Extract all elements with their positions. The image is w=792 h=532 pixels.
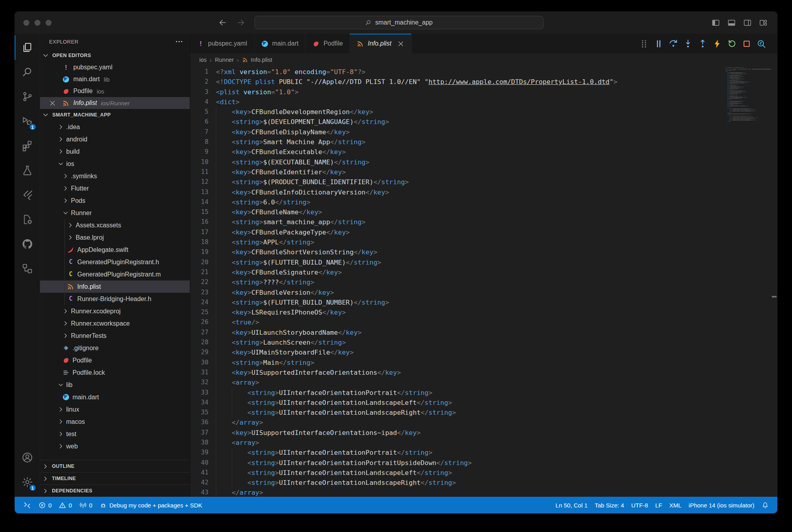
code-line[interactable]: 30<string>Main</string> [190, 358, 725, 368]
open-editors-header[interactable]: OPEN EDITORS [40, 50, 190, 61]
code-line[interactable]: 13<key>CFBundleInfoDictionaryVersion</ke… [190, 187, 725, 197]
code-line[interactable]: 31<key>UISupportedInterfaceOrientations<… [190, 368, 725, 378]
layout-icon[interactable] [759, 18, 768, 27]
tab-pubspec.yaml[interactable]: !pubspec.yaml [190, 34, 254, 53]
stop-button[interactable] [741, 38, 752, 49]
status-notifications[interactable] [758, 497, 773, 513]
step-into-button[interactable] [683, 38, 693, 49]
status-language-mode[interactable]: XML [666, 497, 685, 513]
code-line[interactable]: 32<array> [190, 378, 725, 387]
activity-settings[interactable]: 1 [15, 470, 40, 494]
tree-item-GeneratedPluginRegistrant.h[interactable]: CGeneratedPluginRegistrant.h [40, 256, 190, 268]
widget-inspector-button[interactable] [756, 38, 766, 49]
code-line[interactable]: 24<string>$(FLUTTER_BUILD_NUMBER)</strin… [190, 297, 725, 307]
tree-item-Base.lproj[interactable]: Base.lproj [40, 231, 190, 244]
open-editor-main.dart[interactable]: main.dartlib [40, 73, 190, 85]
close-editor-icon[interactable] [49, 99, 56, 107]
activity-explorer[interactable] [15, 35, 40, 60]
code-line[interactable]: 18<string>APPL</string> [190, 237, 725, 247]
status-indentation[interactable]: Tab Size: 4 [591, 497, 628, 513]
code-line[interactable]: 28<string>LaunchScreen</string> [190, 338, 725, 347]
zoom-button[interactable] [46, 20, 52, 26]
tree-item-Podfile.lock[interactable]: Podfile.lock [40, 366, 190, 379]
breadcrumb-item-Runner[interactable]: Runner [215, 57, 234, 63]
tree-item-.gitignore[interactable]: .gitignore [40, 342, 190, 354]
tree-item-macos[interactable]: macos [40, 416, 190, 428]
code-line[interactable]: 38<array> [190, 438, 725, 448]
tree-item-Podfile[interactable]: Podfile [40, 354, 190, 366]
code-line[interactable]: 43</array> [190, 488, 725, 497]
code-line[interactable]: 7<key>CFBundleDisplayName</key> [190, 127, 725, 137]
sidebar-right-icon[interactable] [743, 18, 752, 27]
code-line[interactable]: 33<string>UIInterfaceOrientationPortrait… [190, 388, 725, 398]
open-editor-Info.plist[interactable]: Info.plistios/Runner [40, 97, 190, 109]
open-editor-pubspec.yaml[interactable]: !pubspec.yaml [40, 61, 190, 73]
tree-item-Pods[interactable]: Pods [40, 194, 190, 207]
code-line[interactable]: 40<string>UIInterfaceOrientationPortrait… [190, 458, 725, 468]
code-line[interactable]: 6<string>$(DEVELOPMENT_LANGUAGE)</string… [190, 117, 725, 127]
tab-main.dart[interactable]: main.dart [254, 34, 306, 53]
tab-Podfile[interactable]: Podfile [305, 34, 350, 53]
tab-Info.plist[interactable]: Info.plist [350, 34, 412, 53]
tree-item-test[interactable]: test [40, 428, 190, 440]
activity-cmake-tools[interactable] [15, 207, 40, 232]
tree-item-lib[interactable]: lib [40, 379, 190, 391]
tree-item-Assets.xcassets[interactable]: Assets.xcassets [40, 219, 190, 231]
breadcrumb-item-Info.plist[interactable]: Info.plist [242, 57, 272, 63]
code-line[interactable]: 27<key>UILaunchStoryboardName</key> [190, 328, 725, 338]
code-line[interactable]: 17<key>CFBundlePackageType</key> [190, 227, 725, 237]
status-end-of-line[interactable]: LF [652, 497, 666, 513]
tree-item-GeneratedPluginRegistrant.m[interactable]: CGeneratedPluginRegistrant.m [40, 268, 190, 280]
panel-bottom-icon[interactable] [727, 18, 736, 27]
code-line[interactable]: 9<key>CFBundleExecutable</key> [190, 147, 725, 157]
restart-button[interactable] [727, 38, 737, 49]
section-dependencies[interactable]: DEPENDENCIES [40, 484, 190, 497]
code-line[interactable]: 41<string>UIInterfaceOrientationLandscap… [190, 468, 725, 478]
activity-github[interactable] [15, 232, 40, 256]
code-line[interactable]: 12<string>$(PRODUCT_BUNDLE_IDENTIFIER)</… [190, 177, 725, 187]
tree-item-AppDelegate.swift[interactable]: AppDelegate.swift [40, 244, 190, 256]
code-editor[interactable]: 1<?xml version="1.0" encoding="UTF-8"?>2… [190, 66, 777, 497]
code-line[interactable]: 34<string>UIInterfaceOrientationLandscap… [190, 398, 725, 408]
activity-flutter[interactable] [15, 183, 40, 207]
status-device-selector[interactable]: iPhone 14 (ios simulator) [685, 497, 758, 513]
tree-item-Runner-Bridging-Header.h[interactable]: CRunner-Bridging-Header.h [40, 293, 190, 305]
section-outline[interactable]: OUTLINE [40, 460, 190, 472]
code-line[interactable]: 35<string>UIInterfaceOrientationLandscap… [190, 408, 725, 418]
sidebar-left-icon[interactable] [711, 18, 720, 27]
activity-source-control[interactable] [15, 84, 40, 109]
tree-item-Runner[interactable]: Runner [40, 207, 190, 219]
step-out-button[interactable] [697, 38, 708, 49]
code-line[interactable]: 11<key>CFBundleIdentifier</key> [190, 167, 725, 177]
code-line[interactable]: 16<string>smart_machine_app</string> [190, 217, 725, 227]
forward-button[interactable] [236, 18, 246, 27]
drag-handle-button[interactable] [639, 38, 649, 49]
back-button[interactable] [218, 18, 227, 27]
tree-item-linux[interactable]: linux [40, 403, 190, 416]
code-line[interactable]: 4<dict> [190, 97, 725, 107]
activity-testing[interactable] [15, 158, 40, 183]
activity-accounts[interactable] [15, 445, 40, 470]
code-line[interactable]: 3<plist version="1.0"> [190, 87, 725, 97]
tree-item-Runner.xcworkspace[interactable]: Runner.xcworkspace [40, 317, 190, 330]
more-actions-icon[interactable] [175, 37, 183, 46]
minimap[interactable]: <?xml version="1.0" encoding="UTF-8"?><!… [725, 67, 771, 497]
status-warnings[interactable]: 0 [55, 497, 75, 513]
code-line[interactable]: 42<string>UIInterfaceOrientationLandscap… [190, 478, 725, 488]
status-debug-configuration[interactable]: Debug my code + packages + SDK [96, 497, 206, 513]
code-line[interactable]: 23<key>CFBundleVersion</key> [190, 288, 725, 297]
status-encoding[interactable]: UTF-8 [628, 497, 652, 513]
code-line[interactable]: 21<key>CFBundleSignature</key> [190, 267, 725, 277]
activity-search[interactable] [15, 60, 40, 84]
code-line[interactable]: 19<key>CFBundleShortVersionString</key> [190, 247, 725, 257]
pause-button[interactable] [653, 38, 664, 49]
code-line[interactable]: 15<key>CFBundleName</key> [190, 207, 725, 217]
tree-item-build[interactable]: build [40, 145, 190, 158]
tree-item-Info.plist[interactable]: Info.plist [40, 280, 190, 293]
code-line[interactable]: 25<key>LSRequiresIPhoneOS</key> [190, 307, 725, 317]
status-remote-indicator[interactable] [19, 497, 35, 513]
status-cursor-position[interactable]: Ln 50, Col 1 [552, 497, 591, 513]
code-line[interactable]: 39<string>UIInterfaceOrientationPortrait… [190, 448, 725, 458]
code-line[interactable]: 2<!DOCTYPE plist PUBLIC "-//Apple//DTD P… [190, 77, 725, 87]
status-ports[interactable]: 0 [76, 497, 96, 513]
